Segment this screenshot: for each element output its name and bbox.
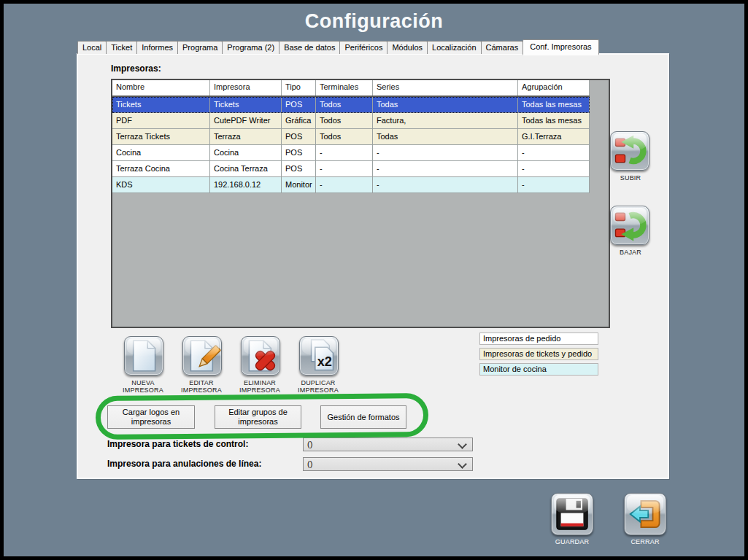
tab-programa[interactable]: Programa: [177, 41, 223, 54]
page-title: Configuración: [0, 10, 748, 33]
table-cell: Todos: [316, 113, 373, 128]
table-cell: Todos: [316, 97, 373, 112]
delete-document-icon: [242, 337, 279, 375]
line-voids-printer-select[interactable]: (): [303, 457, 473, 471]
table-cell: Terraza Tickets: [112, 129, 210, 144]
tab-base-de-datos[interactable]: Base de datos: [279, 41, 340, 54]
table-row[interactable]: Terraza CocinaCocina TerrazaPOS---: [112, 161, 590, 177]
table-cell: POS: [282, 161, 316, 176]
load-logos-button[interactable]: Cargar logos en impresoras: [107, 405, 195, 429]
save-button[interactable]: [551, 493, 593, 535]
control-tickets-printer-select[interactable]: (): [303, 438, 473, 451]
column-header-series: Series: [373, 80, 518, 96]
line-voids-printer-value: (): [307, 459, 312, 468]
svg-text:x2: x2: [317, 354, 332, 369]
table-row[interactable]: Terraza TicketsTerrazaPOSTodosTodasG.I.T…: [112, 129, 590, 145]
edit-printer-button[interactable]: [182, 336, 222, 376]
table-cell: Factura,: [373, 113, 518, 128]
table-cell: -: [316, 145, 373, 160]
table-cell: -: [518, 161, 590, 176]
table-header-row: Nombre Impresora Tipo Terminales Series …: [112, 80, 590, 97]
table-cell: POS: [282, 145, 316, 160]
legend-item-monitor-cocina: Monitor de cocina: [479, 363, 598, 376]
table-cell: Terraza Cocina: [112, 161, 210, 176]
new-printer-label: NUEVA IMPRESORA: [115, 379, 171, 394]
move-up-label: SUBIR: [603, 174, 658, 182]
table-cell: Todas: [373, 129, 518, 144]
table-cell: -: [316, 177, 373, 192]
table-cell: CutePDF Writer: [210, 113, 282, 128]
tab-ticket[interactable]: Ticket: [106, 41, 137, 54]
table-cell: POS: [282, 97, 316, 112]
table-cell: G.I.Terraza: [518, 129, 590, 144]
table-cell: Cocina: [210, 145, 282, 160]
table-cell: Monitor: [282, 177, 316, 192]
delete-printer-button[interactable]: [241, 336, 280, 376]
line-voids-printer-label: Impresora para anulaciones de línea:: [107, 459, 261, 469]
table-cell: 192.168.0.12: [210, 177, 282, 192]
duplicate-printer-label: DUPLICAR IMPRESORA: [290, 379, 346, 394]
move-up-icon: [611, 132, 649, 170]
column-header-impresora: Impresora: [210, 80, 282, 96]
table-cell: -: [518, 177, 590, 192]
legend-item-pedido: Impresoras de pedido: [479, 332, 598, 345]
table-cell: Gráfica: [282, 113, 316, 128]
table-cell: Tickets: [210, 97, 282, 112]
table-cell: Todas las mesas: [518, 113, 590, 128]
close-button-label: CERRAR: [617, 538, 673, 545]
save-button-label: GUARDAR: [544, 538, 600, 545]
tab-perifericos[interactable]: Periféricos: [339, 41, 388, 54]
table-cell: -: [373, 161, 518, 176]
save-floppy-icon: [552, 494, 593, 534]
tab-informes[interactable]: Informes: [136, 41, 178, 54]
move-down-icon: [611, 206, 649, 244]
chevron-down-icon: [458, 459, 467, 469]
control-tickets-printer-label: Impresora para tickets de control:: [107, 439, 248, 449]
tab-localizacion[interactable]: Localización: [427, 41, 482, 54]
table-row[interactable]: PDFCutePDF WriterGráficaTodosFactura,Tod…: [112, 113, 590, 129]
close-button[interactable]: [624, 493, 666, 535]
table-row[interactable]: TicketsTicketsPOSTodosTodasTodas las mes…: [112, 97, 590, 113]
table-cell: PDF: [112, 113, 210, 128]
printer-type-legend: Impresoras de pedido Impresoras de ticke…: [479, 332, 598, 378]
new-printer-button[interactable]: [124, 336, 163, 376]
move-up-button[interactable]: [610, 131, 649, 171]
table-cell: Cocina: [112, 145, 210, 160]
table-cell: Todas las mesas: [518, 97, 590, 112]
table-row[interactable]: KDS192.168.0.12Monitor---: [112, 177, 590, 193]
control-tickets-printer-value: (): [307, 440, 312, 448]
close-exit-icon: [625, 494, 666, 534]
duplicate-printer-button[interactable]: x2: [299, 336, 339, 376]
column-header-terminales: Terminales: [316, 80, 373, 96]
tab-conf-impresoras[interactable]: Conf. Impresoras: [523, 39, 598, 55]
table-cell: Todas: [373, 97, 518, 112]
printers-section-label: Impresoras:: [111, 63, 161, 74]
tab-local[interactable]: Local: [77, 41, 107, 54]
legend-item-tickets-pedido: Impresoras de tickets y pedido: [479, 348, 598, 360]
format-management-button[interactable]: Gestión de formatos: [320, 405, 406, 429]
duplicate-document-icon: x2: [300, 337, 338, 375]
table-cell: Todos: [316, 129, 373, 144]
move-down-button[interactable]: [610, 206, 649, 245]
table-cell: -: [316, 161, 373, 176]
new-document-icon: [125, 337, 163, 375]
delete-printer-label: ELIMINAR IMPRESORA: [232, 379, 288, 394]
column-header-nombre: Nombre: [112, 80, 210, 96]
move-down-label: BAJAR: [603, 249, 658, 256]
column-header-agrupacion: Agrupación: [518, 80, 590, 96]
tab-programa-2[interactable]: Programa (2): [222, 41, 279, 54]
tab-bar: Local Ticket Informes Programa Programa …: [77, 38, 598, 54]
table-cell: Cocina Terraza: [210, 161, 282, 176]
edit-printer-groups-button[interactable]: Editar grupos de impresoras: [215, 405, 301, 429]
table-row[interactable]: CocinaCocinaPOS---: [112, 145, 590, 161]
printers-table: Nombre Impresora Tipo Terminales Series …: [111, 79, 610, 328]
tab-camaras[interactable]: Cámaras: [481, 41, 524, 54]
edit-document-icon: [183, 337, 221, 375]
table-cell: POS: [282, 129, 316, 144]
table-scrollbar-track[interactable]: [590, 80, 609, 327]
table-cell: -: [373, 145, 518, 160]
table-cell: -: [373, 177, 518, 192]
table-cell: Terraza: [210, 129, 282, 144]
tab-modulos[interactable]: Módulos: [387, 41, 428, 54]
chevron-down-icon: [458, 440, 467, 449]
